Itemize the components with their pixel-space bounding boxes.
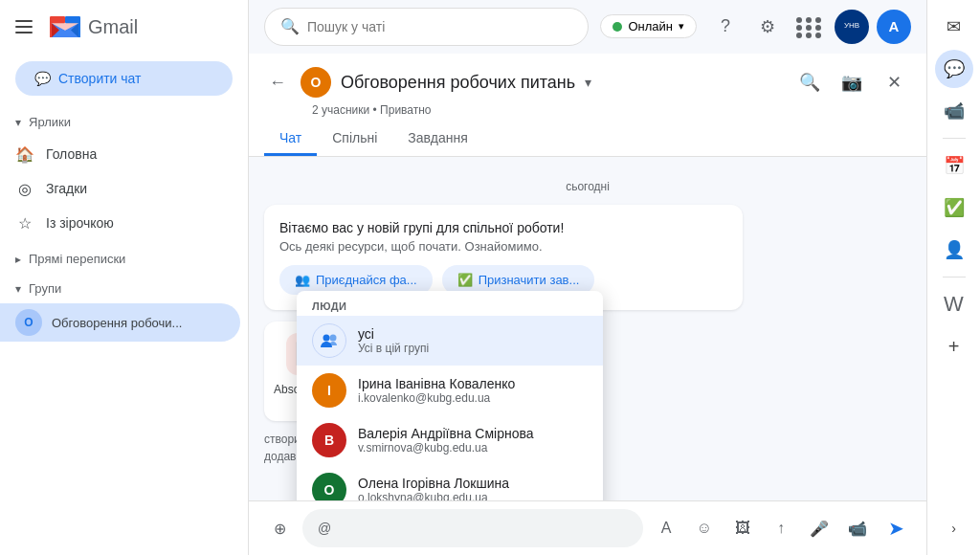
today-label: сьогодні — [264, 180, 911, 193]
left-sidebar: Gmail 💬 Створити чат ▾ Ярлики 🏠 Головна … — [0, 0, 249, 555]
sidebar-divider — [943, 138, 966, 139]
group-item-obovorennya[interactable]: О Обговорення робочи... — [0, 303, 240, 342]
smirnova-name: Валерія Андріївна Смірнова — [358, 426, 588, 441]
people-section-label: ЛЮДИ — [297, 291, 603, 316]
hamburger-menu[interactable] — [15, 15, 38, 38]
contacts-icon: 👤 — [944, 239, 965, 260]
tasks-icon: ✅ — [944, 197, 965, 218]
chat-icon: 💬 — [34, 71, 51, 86]
chat-subtitle: 2 учасники • Приватно — [264, 103, 911, 122]
lokshyna-sub: o.lokshyna@kubg.edu.ua — [358, 491, 588, 500]
chat-title: Обговорення робочих питань — [341, 73, 575, 93]
online-status[interactable]: Онлайн ▾ — [600, 14, 697, 38]
sidebar-mail-item[interactable]: ✉ — [935, 8, 973, 46]
mention-item-all[interactable]: усі Усі в цій групі — [297, 316, 603, 366]
nav-section: ▾ Ярлики 🏠 Головна ◎ Згадки ☆ Із зірочко… — [0, 103, 248, 244]
search-in-chat-icon[interactable]: 🔍 — [792, 65, 827, 100]
chat-content-area: сьогодні Вітаємо вас у новій групі для с… — [249, 157, 926, 500]
university-logo[interactable]: УНВ — [835, 10, 869, 44]
chat-title-row: ← О Обговорення робочих питань ▾ 🔍 📷 ✕ — [264, 54, 911, 103]
sidebar-wobbly-item[interactable]: W — [935, 285, 973, 323]
welcome-sub: Ось деякі ресурси, щоб почати. Ознайомим… — [279, 239, 727, 254]
chat-group-avatar: О — [301, 67, 331, 98]
sidebar-contacts-item[interactable]: 👤 — [935, 231, 973, 269]
labels-label: Ярлики — [29, 115, 71, 129]
tab-chat[interactable]: Чат — [264, 122, 317, 156]
smirnova-avatar: В — [312, 423, 346, 457]
meet-icon: 📹 — [944, 100, 965, 122]
sidebar-expand-item[interactable]: › — [935, 509, 973, 547]
search-input[interactable] — [307, 19, 572, 34]
all-avatar — [312, 323, 346, 358]
tab-spilni[interactable]: Спільні — [317, 122, 392, 156]
sidebar-plus-item[interactable]: + — [935, 327, 973, 366]
chat-title-dropdown[interactable]: ▾ — [585, 75, 591, 90]
upload-icon[interactable]: ↑ — [766, 513, 796, 544]
back-button[interactable]: ← — [264, 69, 291, 96]
mention-item-kovalenko[interactable]: І Ірина Іванівна Коваленко i.kovalenko@k… — [297, 366, 603, 415]
right-icon-sidebar: ✉ 💬 📹 📅 ✅ 👤 W + › — [926, 0, 980, 555]
groups-header[interactable]: ▾ Групи — [0, 274, 248, 303]
topbar: 🔍 Онлайн ▾ ? ⚙ УНВ А — [249, 0, 926, 54]
at-symbol: @ — [318, 521, 331, 536]
sidebar-tasks-item[interactable]: ✅ — [935, 189, 973, 227]
starred-label: Із зірочкою — [46, 215, 114, 231]
lokshyna-avatar: О — [312, 473, 346, 500]
smirnova-info: Валерія Андріївна Смірнова v.smirnova@ku… — [358, 426, 588, 455]
sidebar-chat-item[interactable]: 💬 — [935, 50, 973, 88]
sidebar-header: Gmail — [0, 0, 248, 54]
emoji-icon[interactable]: ☺ — [689, 513, 720, 544]
home-icon: 🏠 — [15, 144, 34, 164]
direct-messages-header[interactable]: ▸ Прямі переписки — [0, 244, 248, 274]
kovalenko-info: Ірина Іванівна Коваленко i.kovalenko@kub… — [358, 376, 588, 405]
kovalenko-name: Ірина Іванівна Коваленко — [358, 376, 588, 391]
mention-item-lokshyna[interactable]: О Олена Ігорівна Локшина o.lokshyna@kubg… — [297, 465, 603, 500]
settings-icon[interactable]: ⚙ — [750, 10, 785, 44]
create-chat-button[interactable]: 💬 Створити чат — [15, 61, 233, 96]
media-icon[interactable]: 🖼 — [727, 513, 758, 544]
chat-header-actions: 🔍 📷 ✕ — [792, 65, 911, 100]
expand-icon: › — [951, 521, 956, 536]
apps-icon[interactable] — [792, 10, 827, 44]
main-area: 🔍 Онлайн ▾ ? ⚙ УНВ А — [249, 0, 926, 555]
mention-item-smirnova[interactable]: В Валерія Андріївна Смірнова v.smirnova@… — [297, 415, 603, 465]
nav-mentions[interactable]: ◎ Згадки — [0, 171, 240, 206]
search-icon: 🔍 — [280, 17, 300, 35]
kovalenko-sub: i.kovalenko@kubg.edu.ua — [358, 391, 588, 405]
task-icon: ✅ — [457, 273, 473, 287]
direct-messages-label: Прямі переписки — [29, 252, 125, 266]
more-options-icon[interactable]: ✕ — [877, 65, 911, 100]
chevron-down-icon: ▾ — [679, 20, 684, 33]
search-bar[interactable]: 🔍 — [264, 8, 589, 46]
message-input[interactable]: @ — [302, 509, 643, 547]
nav-home[interactable]: 🏠 Головна — [0, 137, 240, 171]
mentions-label: Згадки — [46, 181, 87, 196]
svg-point-14 — [323, 335, 330, 342]
wobbly-icon: W — [944, 292, 964, 317]
chat-tabs: Чат Спільні Завдання — [264, 122, 911, 156]
svg-rect-0 — [50, 16, 65, 23]
send-button[interactable]: ➤ — [880, 513, 911, 544]
topbar-icons: ? ⚙ УНВ А — [708, 10, 911, 44]
group-item-label: Обговорення робочи... — [52, 316, 182, 330]
add-attachment-icon[interactable]: ⊕ — [264, 513, 295, 544]
svg-rect-1 — [65, 16, 80, 23]
group-avatar: О — [15, 309, 42, 336]
text-format-icon[interactable]: A — [651, 513, 681, 544]
lokshyna-info: Олена Ігорівна Локшина o.lokshyna@kubg.e… — [358, 476, 588, 500]
nav-starred[interactable]: ☆ Із зірочкою — [0, 206, 240, 240]
star-icon: ☆ — [15, 213, 34, 233]
video-icon[interactable]: 📷 — [835, 65, 869, 100]
tab-tasks[interactable]: Завдання — [392, 122, 483, 156]
create-chat-label: Створити чат — [58, 71, 142, 86]
all-sub: Усі в цій групі — [358, 342, 588, 355]
input-bar: ⊕ @ A ☺ 🖼 ↑ 🎤 📹 ➤ — [249, 500, 926, 555]
user-avatar[interactable]: А — [877, 10, 911, 44]
mic-icon[interactable]: 🎤 — [804, 513, 835, 544]
sidebar-calendar-item[interactable]: 📅 — [935, 146, 973, 185]
online-label: Онлайн — [628, 19, 673, 33]
sidebar-meet-item[interactable]: 📹 — [935, 92, 973, 130]
labels-section-header[interactable]: ▾ Ярлики — [0, 107, 248, 137]
video-msg-icon[interactable]: 📹 — [842, 513, 873, 544]
help-icon[interactable]: ? — [708, 10, 743, 44]
